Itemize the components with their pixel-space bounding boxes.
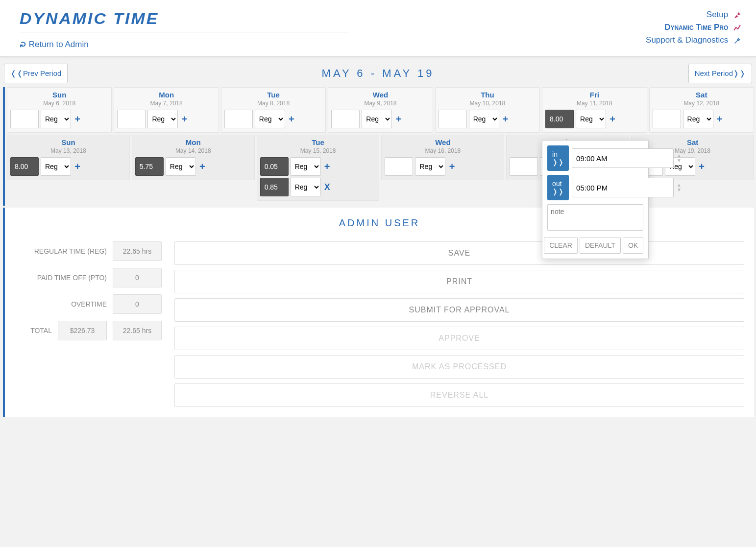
entry-row: Reg+: [10, 157, 126, 176]
type-select[interactable]: Reg: [362, 110, 392, 128]
day-cell: SunMay 6, 2018Reg+: [7, 87, 112, 133]
setup-label: Setup: [707, 10, 728, 19]
day-cell: TueMay 8, 2018Reg+: [221, 87, 326, 133]
hours-input[interactable]: [10, 110, 39, 128]
in-badge[interactable]: in ❭❭: [547, 145, 569, 171]
pro-link[interactable]: Dynamic Time Pro: [646, 23, 741, 32]
add-entry-button[interactable]: +: [394, 114, 403, 125]
in-spinner[interactable]: ▲▼: [677, 154, 682, 163]
return-to-admin-link[interactable]: ↻ Return to Admin: [20, 39, 333, 49]
hours-input[interactable]: [439, 110, 467, 128]
note-input[interactable]: [547, 204, 643, 231]
hours-input[interactable]: [260, 157, 289, 176]
out-badge[interactable]: out ❭❭: [547, 175, 569, 200]
submit-button[interactable]: SUBMIT FOR APPROVAL: [174, 298, 744, 322]
ok-button[interactable]: OK: [623, 237, 643, 254]
remove-entry-button[interactable]: X: [323, 182, 332, 192]
add-entry-button[interactable]: +: [501, 114, 510, 125]
time-entry-popover: in ❭❭ ▲▼ out ❭❭ ▲▼ CLEAR DEFAULT OK: [542, 140, 649, 259]
type-select[interactable]: Reg: [469, 110, 499, 128]
add-entry-button[interactable]: +: [447, 161, 456, 172]
entry-row: Reg+: [385, 157, 501, 176]
type-select[interactable]: Reg: [41, 110, 71, 128]
regular-time-value: 22.65 hrs: [113, 241, 162, 261]
hours-input[interactable]: [224, 110, 253, 128]
hours-input[interactable]: [545, 110, 574, 128]
type-select[interactable]: Reg: [147, 110, 178, 128]
day-date: May 13, 2018: [10, 147, 126, 154]
add-entry-button[interactable]: +: [697, 161, 706, 172]
total-hours: 22.65 hrs: [113, 321, 162, 340]
day-name: Sat: [634, 138, 751, 146]
entry-row: Reg+: [224, 110, 322, 128]
add-entry-button[interactable]: +: [323, 161, 332, 172]
hours-input[interactable]: [10, 157, 39, 176]
save-button[interactable]: SAVE: [174, 241, 744, 265]
day-date: May 8, 2018: [224, 100, 322, 107]
clear-button[interactable]: CLEAR: [544, 237, 578, 254]
total-money: $226.73: [58, 321, 107, 340]
support-label: Support & Diagnostics: [646, 35, 728, 45]
add-entry-button[interactable]: +: [198, 161, 207, 172]
next-period-button[interactable]: Next Period❭❭: [688, 64, 752, 83]
entry-row: Reg+: [117, 110, 215, 128]
hours-input[interactable]: [510, 157, 538, 176]
type-select[interactable]: Reg: [166, 157, 196, 176]
day-name: Tue: [260, 138, 376, 146]
add-entry-button[interactable]: +: [608, 114, 617, 125]
add-entry-button[interactable]: +: [287, 114, 296, 125]
period-nav: ❬❬Prev Period MAY 6 - MAY 19 Next Period…: [0, 57, 756, 87]
day-cell: SatMay 12, 2018Reg+: [649, 87, 754, 133]
hours-input[interactable]: [653, 110, 681, 128]
pto-row: PAID TIME OFF (PTO) 0: [15, 268, 162, 287]
chart-icon: [733, 24, 741, 32]
popover-buttons: CLEAR DEFAULT OK: [547, 237, 643, 254]
type-select[interactable]: Reg: [255, 110, 285, 128]
type-select[interactable]: Reg: [576, 110, 606, 128]
in-time-input[interactable]: [572, 148, 674, 168]
day-date: May 7, 2018: [117, 100, 215, 107]
day-date: May 16, 2018: [385, 147, 501, 154]
type-select[interactable]: Reg: [41, 157, 71, 176]
day-cell: TueMay 15, 2018Reg+RegX: [257, 135, 380, 201]
out-spinner[interactable]: ▲▼: [677, 183, 682, 192]
type-select[interactable]: Reg: [415, 157, 445, 176]
day-cell: WedMay 16, 2018Reg+: [381, 135, 504, 180]
approve-button[interactable]: APPROVE: [174, 327, 744, 350]
hours-input[interactable]: [117, 110, 146, 128]
default-button[interactable]: DEFAULT: [580, 237, 621, 254]
setup-link[interactable]: Setup: [646, 10, 741, 20]
add-entry-button[interactable]: +: [715, 114, 724, 125]
reverse-all-button[interactable]: REVERSE ALL: [174, 383, 744, 407]
day-cell: SunMay 13, 2018Reg+: [7, 135, 130, 180]
prev-period-button[interactable]: ❬❬Prev Period: [4, 64, 68, 83]
hours-input[interactable]: [135, 157, 164, 176]
type-select[interactable]: Reg: [291, 178, 321, 196]
timesheet: SunMay 6, 2018Reg+MonMay 7, 2018Reg+TueM…: [3, 87, 754, 206]
hours-input[interactable]: [260, 178, 289, 196]
mark-processed-button[interactable]: MARK AS PROCESSED: [174, 355, 744, 379]
in-row: in ❭❭ ▲▼: [547, 145, 643, 171]
out-time-input[interactable]: [572, 178, 674, 197]
entry-row: Reg+: [653, 110, 751, 128]
day-cell: WedMay 9, 2018Reg+: [328, 87, 433, 133]
day-name: Tue: [224, 91, 322, 99]
hours-input[interactable]: [331, 110, 360, 128]
add-entry-button[interactable]: +: [180, 114, 189, 125]
add-entry-button[interactable]: +: [73, 114, 82, 125]
support-link[interactable]: Support & Diagnostics: [646, 35, 741, 45]
regular-time-row: REGULAR TIME (REG) 22.65 hrs: [15, 241, 162, 261]
day-date: May 11, 2018: [545, 100, 643, 107]
hours-input[interactable]: [385, 157, 413, 176]
type-select[interactable]: Reg: [683, 110, 713, 128]
print-button[interactable]: PRINT: [174, 270, 744, 293]
day-date: May 12, 2018: [653, 100, 751, 107]
app-logo: DYNAMIC TIME: [20, 10, 349, 32]
actions-column: SAVE PRINT SUBMIT FOR APPROVAL APPROVE M…: [174, 241, 744, 407]
entry-row: Reg+: [439, 110, 537, 128]
type-select[interactable]: Reg: [291, 157, 321, 176]
day-name: Sun: [10, 138, 126, 146]
day-name: Mon: [135, 138, 251, 146]
add-entry-button[interactable]: +: [73, 161, 82, 172]
overtime-label: OVERTIME: [71, 300, 107, 308]
